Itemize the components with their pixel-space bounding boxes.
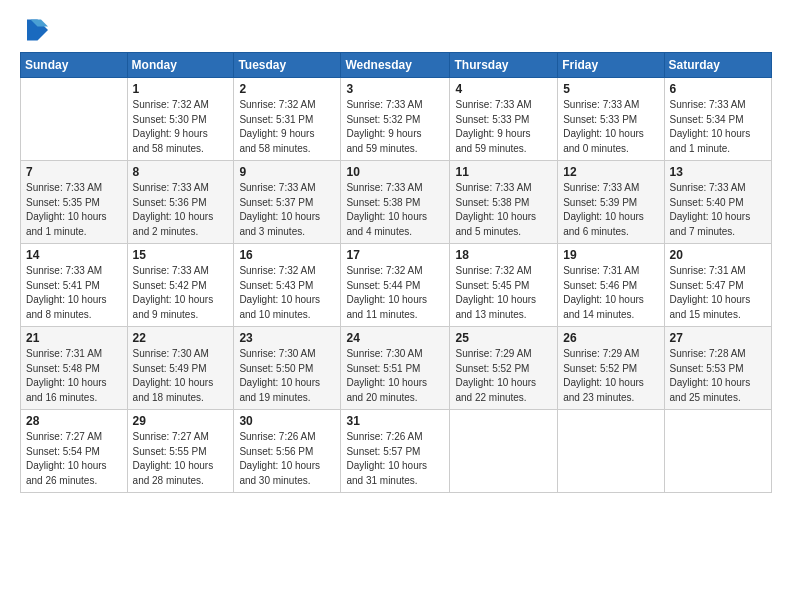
- day-info: Sunrise: 7:31 AMSunset: 5:48 PMDaylight:…: [26, 347, 122, 405]
- calendar-cell: 31Sunrise: 7:26 AMSunset: 5:57 PMDayligh…: [341, 410, 450, 493]
- day-info: Sunrise: 7:28 AMSunset: 5:53 PMDaylight:…: [670, 347, 766, 405]
- day-number: 11: [455, 165, 552, 179]
- day-number: 10: [346, 165, 444, 179]
- day-number: 4: [455, 82, 552, 96]
- day-number: 2: [239, 82, 335, 96]
- header: [20, 16, 772, 44]
- calendar-cell: 10Sunrise: 7:33 AMSunset: 5:38 PMDayligh…: [341, 161, 450, 244]
- day-number: 30: [239, 414, 335, 428]
- calendar-cell: 16Sunrise: 7:32 AMSunset: 5:43 PMDayligh…: [234, 244, 341, 327]
- calendar-cell: 14Sunrise: 7:33 AMSunset: 5:41 PMDayligh…: [21, 244, 128, 327]
- day-number: 7: [26, 165, 122, 179]
- calendar-cell: [450, 410, 558, 493]
- calendar-cell: 9Sunrise: 7:33 AMSunset: 5:37 PMDaylight…: [234, 161, 341, 244]
- header-day-friday: Friday: [558, 53, 664, 78]
- day-number: 12: [563, 165, 658, 179]
- day-info: Sunrise: 7:33 AMSunset: 5:40 PMDaylight:…: [670, 181, 766, 239]
- day-info: Sunrise: 7:33 AMSunset: 5:33 PMDaylight:…: [455, 98, 552, 156]
- calendar-cell: 11Sunrise: 7:33 AMSunset: 5:38 PMDayligh…: [450, 161, 558, 244]
- day-info: Sunrise: 7:26 AMSunset: 5:57 PMDaylight:…: [346, 430, 444, 488]
- calendar-cell: 12Sunrise: 7:33 AMSunset: 5:39 PMDayligh…: [558, 161, 664, 244]
- calendar-cell: 28Sunrise: 7:27 AMSunset: 5:54 PMDayligh…: [21, 410, 128, 493]
- day-number: 27: [670, 331, 766, 345]
- calendar-cell: 2Sunrise: 7:32 AMSunset: 5:31 PMDaylight…: [234, 78, 341, 161]
- day-info: Sunrise: 7:32 AMSunset: 5:31 PMDaylight:…: [239, 98, 335, 156]
- calendar-cell: 13Sunrise: 7:33 AMSunset: 5:40 PMDayligh…: [664, 161, 771, 244]
- calendar-cell: 8Sunrise: 7:33 AMSunset: 5:36 PMDaylight…: [127, 161, 234, 244]
- day-info: Sunrise: 7:33 AMSunset: 5:33 PMDaylight:…: [563, 98, 658, 156]
- header-day-thursday: Thursday: [450, 53, 558, 78]
- day-number: 28: [26, 414, 122, 428]
- day-info: Sunrise: 7:32 AMSunset: 5:45 PMDaylight:…: [455, 264, 552, 322]
- calendar-cell: 29Sunrise: 7:27 AMSunset: 5:55 PMDayligh…: [127, 410, 234, 493]
- header-day-saturday: Saturday: [664, 53, 771, 78]
- calendar-table: SundayMondayTuesdayWednesdayThursdayFrid…: [20, 52, 772, 493]
- day-info: Sunrise: 7:33 AMSunset: 5:39 PMDaylight:…: [563, 181, 658, 239]
- day-number: 9: [239, 165, 335, 179]
- calendar-cell: 20Sunrise: 7:31 AMSunset: 5:47 PMDayligh…: [664, 244, 771, 327]
- day-info: Sunrise: 7:33 AMSunset: 5:38 PMDaylight:…: [455, 181, 552, 239]
- day-info: Sunrise: 7:30 AMSunset: 5:51 PMDaylight:…: [346, 347, 444, 405]
- day-info: Sunrise: 7:33 AMSunset: 5:41 PMDaylight:…: [26, 264, 122, 322]
- day-info: Sunrise: 7:29 AMSunset: 5:52 PMDaylight:…: [563, 347, 658, 405]
- day-number: 21: [26, 331, 122, 345]
- day-info: Sunrise: 7:33 AMSunset: 5:34 PMDaylight:…: [670, 98, 766, 156]
- calendar-week-2: 7Sunrise: 7:33 AMSunset: 5:35 PMDaylight…: [21, 161, 772, 244]
- calendar-cell: 22Sunrise: 7:30 AMSunset: 5:49 PMDayligh…: [127, 327, 234, 410]
- day-info: Sunrise: 7:30 AMSunset: 5:50 PMDaylight:…: [239, 347, 335, 405]
- day-number: 18: [455, 248, 552, 262]
- header-day-monday: Monday: [127, 53, 234, 78]
- day-info: Sunrise: 7:33 AMSunset: 5:36 PMDaylight:…: [133, 181, 229, 239]
- day-info: Sunrise: 7:33 AMSunset: 5:35 PMDaylight:…: [26, 181, 122, 239]
- header-day-sunday: Sunday: [21, 53, 128, 78]
- logo-icon: [20, 16, 48, 44]
- day-info: Sunrise: 7:32 AMSunset: 5:44 PMDaylight:…: [346, 264, 444, 322]
- calendar-week-4: 21Sunrise: 7:31 AMSunset: 5:48 PMDayligh…: [21, 327, 772, 410]
- calendar-cell: 1Sunrise: 7:32 AMSunset: 5:30 PMDaylight…: [127, 78, 234, 161]
- day-number: 8: [133, 165, 229, 179]
- calendar-cell: 18Sunrise: 7:32 AMSunset: 5:45 PMDayligh…: [450, 244, 558, 327]
- day-number: 22: [133, 331, 229, 345]
- calendar-week-3: 14Sunrise: 7:33 AMSunset: 5:41 PMDayligh…: [21, 244, 772, 327]
- calendar-cell: 19Sunrise: 7:31 AMSunset: 5:46 PMDayligh…: [558, 244, 664, 327]
- calendar-cell: 6Sunrise: 7:33 AMSunset: 5:34 PMDaylight…: [664, 78, 771, 161]
- calendar-cell: 3Sunrise: 7:33 AMSunset: 5:32 PMDaylight…: [341, 78, 450, 161]
- day-number: 19: [563, 248, 658, 262]
- day-number: 5: [563, 82, 658, 96]
- day-info: Sunrise: 7:29 AMSunset: 5:52 PMDaylight:…: [455, 347, 552, 405]
- day-number: 13: [670, 165, 766, 179]
- calendar-cell: 5Sunrise: 7:33 AMSunset: 5:33 PMDaylight…: [558, 78, 664, 161]
- calendar-week-1: 1Sunrise: 7:32 AMSunset: 5:30 PMDaylight…: [21, 78, 772, 161]
- day-info: Sunrise: 7:31 AMSunset: 5:46 PMDaylight:…: [563, 264, 658, 322]
- day-number: 24: [346, 331, 444, 345]
- day-number: 3: [346, 82, 444, 96]
- calendar-cell: 23Sunrise: 7:30 AMSunset: 5:50 PMDayligh…: [234, 327, 341, 410]
- day-info: Sunrise: 7:27 AMSunset: 5:55 PMDaylight:…: [133, 430, 229, 488]
- day-info: Sunrise: 7:26 AMSunset: 5:56 PMDaylight:…: [239, 430, 335, 488]
- calendar-cell: 21Sunrise: 7:31 AMSunset: 5:48 PMDayligh…: [21, 327, 128, 410]
- day-info: Sunrise: 7:33 AMSunset: 5:42 PMDaylight:…: [133, 264, 229, 322]
- header-day-wednesday: Wednesday: [341, 53, 450, 78]
- calendar-cell: [558, 410, 664, 493]
- calendar-cell: 7Sunrise: 7:33 AMSunset: 5:35 PMDaylight…: [21, 161, 128, 244]
- calendar-cell: 24Sunrise: 7:30 AMSunset: 5:51 PMDayligh…: [341, 327, 450, 410]
- day-number: 20: [670, 248, 766, 262]
- day-number: 16: [239, 248, 335, 262]
- day-number: 23: [239, 331, 335, 345]
- calendar-cell: 26Sunrise: 7:29 AMSunset: 5:52 PMDayligh…: [558, 327, 664, 410]
- calendar-cell: 4Sunrise: 7:33 AMSunset: 5:33 PMDaylight…: [450, 78, 558, 161]
- day-info: Sunrise: 7:32 AMSunset: 5:43 PMDaylight:…: [239, 264, 335, 322]
- day-number: 1: [133, 82, 229, 96]
- day-number: 31: [346, 414, 444, 428]
- logo: [20, 16, 52, 44]
- page: SundayMondayTuesdayWednesdayThursdayFrid…: [0, 0, 792, 612]
- day-info: Sunrise: 7:32 AMSunset: 5:30 PMDaylight:…: [133, 98, 229, 156]
- calendar-cell: 25Sunrise: 7:29 AMSunset: 5:52 PMDayligh…: [450, 327, 558, 410]
- day-number: 26: [563, 331, 658, 345]
- calendar-week-5: 28Sunrise: 7:27 AMSunset: 5:54 PMDayligh…: [21, 410, 772, 493]
- calendar-cell: [664, 410, 771, 493]
- day-number: 14: [26, 248, 122, 262]
- day-number: 6: [670, 82, 766, 96]
- day-info: Sunrise: 7:27 AMSunset: 5:54 PMDaylight:…: [26, 430, 122, 488]
- day-number: 15: [133, 248, 229, 262]
